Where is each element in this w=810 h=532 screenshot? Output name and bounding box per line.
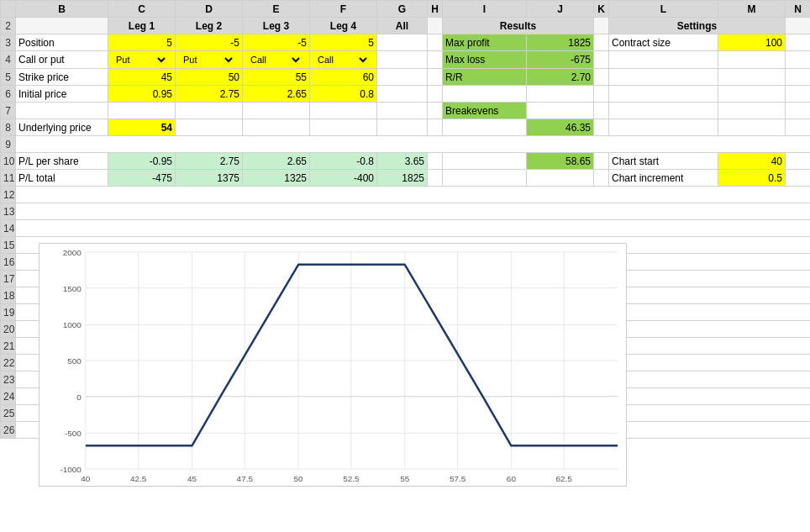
initial-d[interactable]: 2.75 bbox=[176, 86, 243, 103]
contract-size-val[interactable]: 100 bbox=[718, 34, 786, 51]
col-E-header: E bbox=[243, 1, 310, 18]
row-4-l bbox=[609, 51, 718, 69]
strike-e[interactable]: 55 bbox=[243, 69, 310, 86]
xlabel-50: 50 bbox=[294, 474, 304, 483]
row-7-d bbox=[176, 103, 243, 119]
strike-f[interactable]: 60 bbox=[310, 69, 377, 86]
row-4: 4 Call or put Put Call Put Call bbox=[1, 51, 811, 69]
ylabel-1500: 1500 bbox=[63, 284, 82, 293]
row-11-j bbox=[527, 170, 594, 187]
ylabel-2000: 2000 bbox=[63, 248, 82, 257]
col-A-header bbox=[1, 1, 16, 18]
strike-d[interactable]: 50 bbox=[176, 69, 243, 86]
row-6-h bbox=[428, 86, 443, 103]
pl-share-f: -0.8 bbox=[310, 153, 377, 170]
xlabel-47.5: 47.5 bbox=[237, 474, 254, 483]
row-5-g bbox=[377, 69, 428, 86]
row-7-f bbox=[310, 103, 377, 119]
cop-f-cell[interactable]: Put Call bbox=[310, 51, 377, 69]
xlabel-40: 40 bbox=[81, 474, 91, 483]
chart-start-val[interactable]: 40 bbox=[718, 153, 786, 170]
row-5: 5 Strike price 45 50 55 60 R/R 2.70 bbox=[1, 69, 811, 86]
xlabel-52.5: 52.5 bbox=[343, 474, 360, 483]
row-5-n bbox=[786, 69, 811, 86]
row-7-k bbox=[594, 103, 609, 119]
row-8-g bbox=[377, 119, 428, 136]
row-8-e bbox=[243, 119, 310, 136]
cop-d-select[interactable]: Put Call bbox=[178, 52, 235, 67]
row-7-n bbox=[786, 103, 811, 119]
max-profit-label: Max profit bbox=[443, 34, 527, 51]
row-14: 14 bbox=[1, 220, 811, 237]
row-6-n bbox=[786, 86, 811, 103]
underlying-label: Underlying price bbox=[16, 119, 108, 136]
row-3-num: 3 bbox=[1, 34, 16, 51]
position-e[interactable]: -5 bbox=[243, 34, 310, 51]
col-L-header: L bbox=[609, 1, 718, 18]
position-c[interactable]: 5 bbox=[108, 34, 176, 51]
breakeven2-val: 58.65 bbox=[527, 153, 594, 170]
position-label: Position bbox=[16, 34, 108, 51]
pl-total-f: -400 bbox=[310, 170, 377, 187]
row-2-k bbox=[594, 18, 609, 34]
pl-share-e: 2.65 bbox=[243, 153, 310, 170]
strike-c[interactable]: 45 bbox=[108, 69, 176, 86]
cop-d-cell[interactable]: Put Call bbox=[176, 51, 243, 69]
col-F-header: F bbox=[310, 1, 377, 18]
row-5-h bbox=[428, 69, 443, 86]
row-4-k bbox=[594, 51, 609, 69]
position-d[interactable]: -5 bbox=[176, 34, 243, 51]
row-8-i bbox=[443, 119, 527, 136]
row-4-h bbox=[428, 51, 443, 69]
row-5-l bbox=[609, 69, 718, 86]
leg3-header: Leg 3 bbox=[243, 18, 310, 34]
row-13: 13 bbox=[1, 203, 811, 220]
initial-c[interactable]: 0.95 bbox=[108, 86, 176, 103]
col-header-row: B C D E F G H I J K L M N bbox=[1, 1, 811, 18]
row-3-k bbox=[594, 34, 609, 51]
cop-f-select[interactable]: Put Call bbox=[313, 52, 370, 67]
results-header: Results bbox=[443, 18, 594, 34]
row-7-b bbox=[16, 103, 108, 119]
row-5-m bbox=[718, 69, 786, 86]
row-8-l bbox=[609, 119, 718, 136]
chart-increment-val[interactable]: 0.5 bbox=[718, 170, 786, 187]
ylabel-neg500: -500 bbox=[65, 429, 82, 438]
row-9-num: 9 bbox=[1, 136, 16, 153]
row-12: 12 bbox=[1, 187, 811, 203]
position-f[interactable]: 5 bbox=[310, 34, 377, 51]
underlying-price[interactable]: 54 bbox=[108, 119, 176, 136]
cop-c-select[interactable]: Put Call bbox=[111, 52, 168, 67]
cop-e-select[interactable]: Put Call bbox=[245, 52, 302, 67]
xlabel-60: 60 bbox=[507, 474, 517, 483]
row-9: 9 bbox=[1, 136, 811, 153]
pl-share-label: P/L per share bbox=[16, 153, 108, 170]
row-4-g bbox=[377, 51, 428, 69]
pl-total-label: P/L total bbox=[16, 170, 108, 187]
cop-e-cell[interactable]: Put Call bbox=[243, 51, 310, 69]
col-G-header: G bbox=[377, 1, 428, 18]
row-2-num: 2 bbox=[1, 18, 16, 34]
initial-e[interactable]: 2.65 bbox=[243, 86, 310, 103]
row-2-b bbox=[16, 18, 108, 34]
row-10-h bbox=[428, 153, 443, 170]
row-11-h bbox=[428, 170, 443, 187]
row-7: 7 Breakevens bbox=[1, 103, 811, 119]
cop-c-cell[interactable]: Put Call bbox=[108, 51, 176, 69]
row-4-m bbox=[718, 51, 786, 69]
row-7-e bbox=[243, 103, 310, 119]
row-10-k bbox=[594, 153, 609, 170]
max-loss-val: -675 bbox=[527, 51, 594, 69]
chart-increment-label: Chart increment bbox=[609, 170, 718, 187]
pl-total-c: -475 bbox=[108, 170, 176, 187]
spreadsheet: B C D E F G H I J K L M N 2 Leg 1 Leg 2 … bbox=[0, 0, 810, 532]
ylabel-1000: 1000 bbox=[63, 320, 82, 329]
row-11-i bbox=[443, 170, 527, 187]
leg4-header: Leg 4 bbox=[310, 18, 377, 34]
col-K-header: K bbox=[594, 1, 609, 18]
row-11-num: 11 bbox=[1, 170, 16, 187]
row-6-l bbox=[609, 86, 718, 103]
chart-svg: 2000 1500 1000 500 0 -500 -1000 bbox=[39, 244, 626, 486]
col-B-header: B bbox=[16, 1, 108, 18]
initial-f[interactable]: 0.8 bbox=[310, 86, 377, 103]
